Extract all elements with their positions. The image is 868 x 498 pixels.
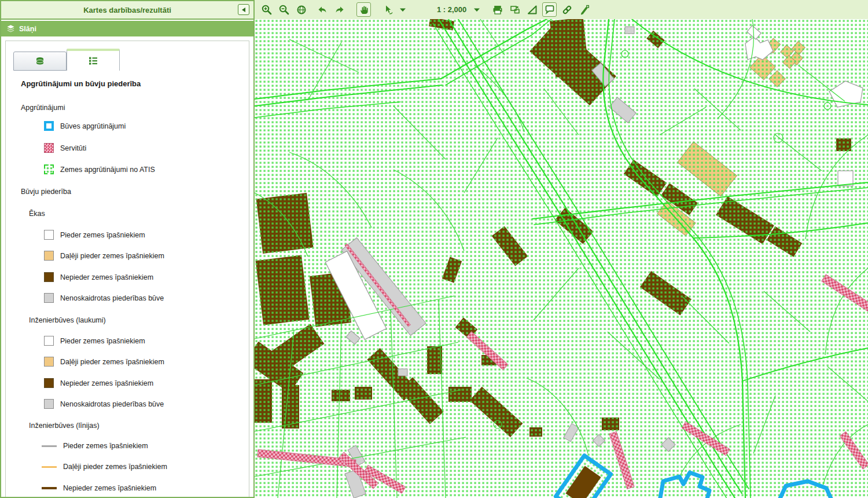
full-extent-button[interactable]	[294, 2, 308, 17]
legend-item: Nepieder zemes īpašniekiem	[42, 484, 156, 492]
zoom-out-button[interactable]	[277, 2, 291, 17]
map-canvas[interactable]	[255, 19, 868, 498]
legend-item: Pieder zemes īpašniekiem	[44, 336, 145, 346]
layers-section-bar[interactable]: Slāņi	[1, 21, 253, 36]
legend-item: Daļēji pieder zemes īpašniekiem	[44, 357, 164, 367]
scale-value: 1 : 2,000	[437, 5, 466, 14]
legend-item: Nepieder zemes īpašniekiem	[44, 272, 153, 282]
select-cursor-icon	[382, 4, 394, 16]
comment-button[interactable]	[542, 2, 557, 17]
sidebar-title: Kartes darbības/rezultāti	[83, 6, 171, 14]
legend-item-label: Daļēji pieder zemes īpašniekiem	[63, 463, 167, 471]
measure-button[interactable]	[525, 2, 539, 17]
swatch-servitudes	[44, 143, 54, 153]
legend-item: Pieder zemes īpašniekiem	[42, 442, 148, 450]
tab-legend[interactable]	[67, 49, 120, 71]
legend-item-label: Nepieder zemes īpašniekiem	[63, 484, 156, 492]
legend-item: Pieder zemes īpašniekiem	[44, 230, 145, 240]
swatch-owned	[44, 336, 54, 346]
zoom-in-button[interactable]	[259, 2, 274, 17]
legend-item: Nepieder zemes īpašniekiem	[44, 378, 153, 388]
legend-item: Būves apgrūtinājumi	[44, 121, 126, 131]
link-button[interactable]	[560, 2, 574, 17]
pan-button[interactable]	[356, 2, 371, 17]
scale-control[interactable]: 1 : 2,000	[437, 5, 480, 14]
legend-item-label: Nepieder zemes īpašniekiem	[60, 379, 153, 387]
back-arrow-icon	[317, 4, 328, 16]
zoom-in-icon	[261, 4, 273, 16]
legend-item: Servitūti	[44, 143, 86, 153]
full-extent-icon	[296, 4, 307, 16]
print-icon	[492, 4, 503, 16]
map-area: 1 : 2,000	[255, 0, 868, 498]
measure-triangle-icon	[527, 4, 538, 16]
legend-item-label: Pieder zemes īpašniekiem	[60, 337, 145, 345]
legend-item: Nenoskaidrotas piederības būve	[44, 399, 164, 409]
line-swatch-not-owned	[42, 487, 57, 489]
legend-item-label: Nenoskaidrotas piederības būve	[60, 400, 164, 408]
move-extent-icon	[509, 4, 521, 16]
move-extent-button[interactable]	[507, 2, 522, 17]
swatch-land-restrictions-atis	[44, 164, 54, 174]
chevron-down-icon	[399, 8, 406, 12]
legend-subsection: Inženierbūves (līnijas)	[29, 422, 100, 430]
edit-geometry-button[interactable]	[577, 2, 591, 17]
select-dropdown-button[interactable]	[398, 2, 407, 17]
layers-panel: Apgrūtinājumi un būvju piederība Apgrūti…	[5, 41, 249, 497]
legend-item-label: Pieder zemes īpašniekiem	[63, 442, 148, 450]
line-swatch-partly-owned	[42, 466, 57, 468]
pan-hand-icon	[358, 4, 370, 16]
swatch-not-owned	[44, 272, 54, 282]
swatch-undetermined	[44, 293, 54, 303]
previous-extent-button[interactable]	[315, 2, 329, 17]
legend-item-label: Būves apgrūtinājumi	[60, 122, 126, 130]
sidebar-header: Kartes darbības/rezultāti	[1, 1, 253, 20]
legend-item: Nenoskaidrotas piederības būve	[44, 293, 164, 303]
next-extent-button[interactable]	[332, 2, 347, 17]
map-application: Kartes darbības/rezultāti Slāņi	[0, 0, 868, 498]
legend-item-label: Zemes apgrūtinājumi no ATIS	[60, 166, 155, 174]
swatch-owned	[44, 230, 54, 240]
legend-item-label: Daļēji pieder zemes īpašniekiem	[60, 358, 164, 366]
collapse-left-icon	[242, 8, 245, 12]
layers-icon	[6, 24, 15, 33]
swatch-not-owned	[44, 378, 54, 388]
legend-section: Būvju piederība	[21, 188, 71, 196]
legend: Apgrūtinājumi un būvju piederība Apgrūti…	[6, 41, 249, 497]
legend-item-label: Pieder zemes īpašniekiem	[60, 231, 145, 239]
legend-subsection: Inženierbūves (laukumi)	[29, 316, 106, 324]
swatch-partly-owned	[44, 251, 54, 261]
legend-item: Daļēji pieder zemes īpašniekiem	[42, 463, 167, 471]
forward-arrow-icon	[334, 4, 345, 16]
legend-item: Daļēji pieder zemes īpašniekiem	[44, 251, 164, 261]
legend-item-label: Servitūti	[60, 144, 86, 152]
comment-bubble-icon	[544, 4, 556, 16]
link-chain-icon	[561, 4, 573, 16]
line-swatch-owned	[42, 445, 57, 447]
legend-subsection: Ēkas	[29, 210, 45, 218]
edit-geometry-pen-icon	[579, 4, 590, 16]
swatch-undetermined	[44, 399, 54, 409]
legend-list-icon	[88, 56, 98, 66]
legend-item: Zemes apgrūtinājumi no ATIS	[44, 164, 155, 174]
layers-section-label: Slāņi	[19, 25, 36, 33]
legend-item-label: Daļēji pieder zemes īpašniekiem	[60, 252, 164, 260]
sidebar: Kartes darbības/rezultāti Slāņi	[0, 0, 255, 498]
legend-item-label: Nepieder zemes īpašniekiem	[60, 273, 153, 281]
collapse-panel-button[interactable]	[238, 4, 249, 15]
print-button[interactable]	[490, 2, 505, 17]
select-button[interactable]	[381, 2, 395, 17]
swatch-partly-owned	[44, 357, 54, 367]
chevron-down-icon	[473, 8, 480, 12]
legend-item-label: Nenoskaidrotas piederības būve	[60, 294, 164, 302]
zoom-out-icon	[278, 4, 290, 16]
map-toolbar: 1 : 2,000	[255, 0, 868, 19]
legend-title: Apgrūtinājumi un būvju piederība	[21, 79, 141, 88]
legend-section: Apgrūtinājumi	[21, 104, 65, 112]
swatch-construction-restrictions	[44, 121, 54, 131]
